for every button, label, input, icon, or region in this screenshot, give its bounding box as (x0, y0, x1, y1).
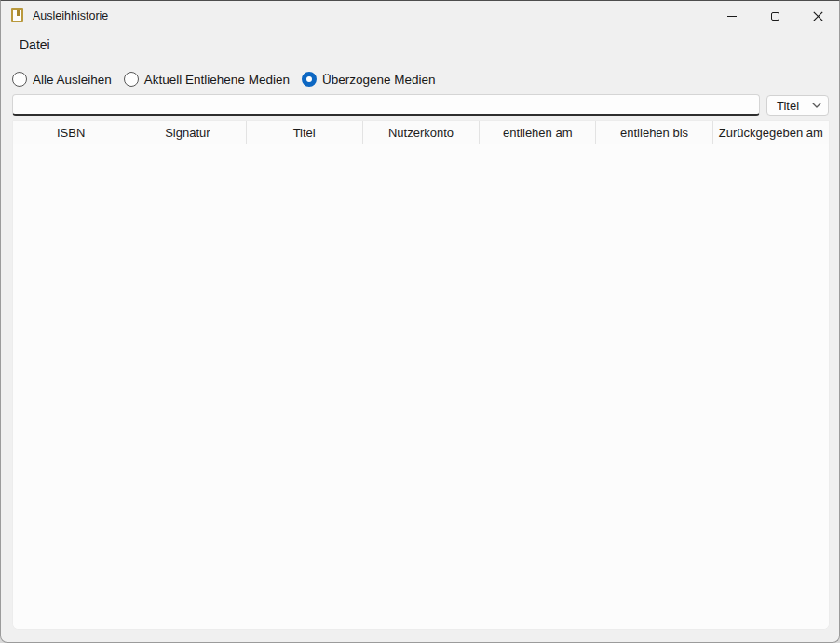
column-header-entliehen-bis[interactable]: entliehen bis (596, 121, 712, 144)
maximize-button[interactable] (753, 1, 796, 31)
column-header-entliehen-am[interactable]: entliehen am (480, 121, 596, 144)
radio-icon (12, 72, 27, 87)
chevron-down-icon (812, 103, 821, 108)
radio-option-ueberzogene-medien[interactable]: Überzogene Medien (302, 72, 436, 87)
radio-option-alle-ausleihen[interactable]: Alle Ausleihen (12, 72, 112, 87)
radio-label: Alle Ausleihen (33, 73, 112, 87)
dropdown-selected-value: Titel (777, 99, 799, 113)
app-icon (11, 8, 23, 22)
minimize-button[interactable] (711, 1, 753, 31)
table-header-row: ISBN Signatur Titel Nutzerkonto entliehe… (13, 121, 829, 144)
radio-label: Überzogene Medien (322, 73, 436, 87)
radio-icon (302, 72, 317, 87)
column-header-zurueckgegeben-am[interactable]: Zurückgegeben am (713, 121, 829, 144)
column-header-titel[interactable]: Titel (247, 121, 363, 144)
column-header-isbn[interactable]: ISBN (13, 121, 129, 144)
app-window: Ausleihhistorie Datei Alle Ausleihen (0, 0, 840, 643)
filter-radio-group: Alle Ausleihen Aktuell Entliehene Medien… (12, 70, 436, 89)
radio-icon (124, 72, 139, 87)
loan-history-table: ISBN Signatur Titel Nutzerkonto entliehe… (12, 120, 830, 630)
search-filter-dropdown[interactable]: Titel (766, 95, 829, 116)
table-body-empty (13, 144, 829, 629)
radio-label: Aktuell Entliehene Medien (144, 73, 290, 87)
close-button[interactable] (796, 1, 839, 31)
menu-bar: Datei (1, 31, 839, 59)
maximize-icon (771, 12, 779, 21)
menu-item-datei[interactable]: Datei (18, 31, 52, 59)
column-header-signatur[interactable]: Signatur (129, 121, 246, 144)
column-header-nutzerkonto[interactable]: Nutzerkonto (363, 121, 480, 144)
app-icon-notch (17, 10, 20, 16)
close-icon (813, 11, 823, 21)
minimize-icon (727, 16, 737, 17)
radio-option-aktuell-entliehene-medien[interactable]: Aktuell Entliehene Medien (124, 72, 290, 87)
caption-controls (711, 1, 839, 31)
title-bar[interactable]: Ausleihhistorie (1, 1, 839, 31)
window-title: Ausleihhistorie (33, 1, 108, 31)
search-input[interactable] (12, 94, 760, 116)
